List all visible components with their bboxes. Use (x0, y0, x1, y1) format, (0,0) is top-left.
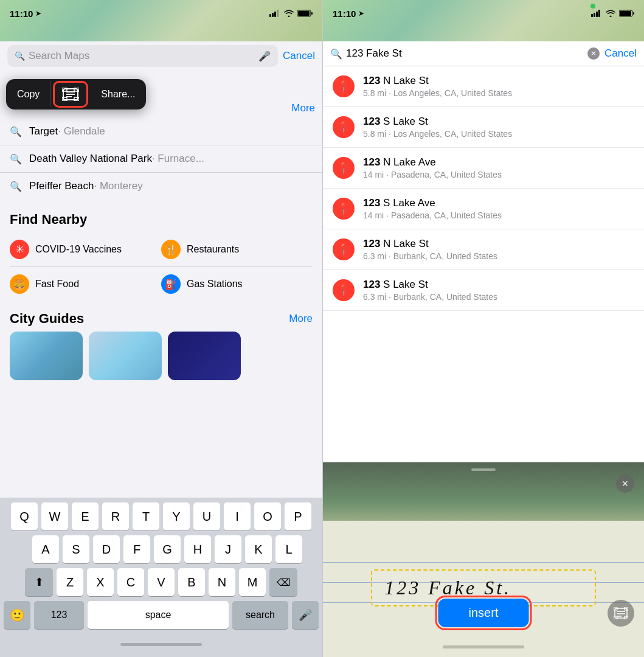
city-card-1[interactable] (10, 332, 83, 380)
key-f[interactable]: F (123, 535, 150, 563)
key-shift[interactable]: ⬆ (25, 568, 53, 596)
result-item-4[interactable]: 📍 123 S Lake Ave 14 mi · Pasadena, CA, U… (323, 189, 644, 229)
result-item-2[interactable]: 📍 123 S Lake St 5.8 mi · Los Angeles, CA… (323, 107, 644, 148)
result-item-5[interactable]: 📍 123 N Lake St 6.3 mi · Burbank, CA, Un… (323, 229, 644, 270)
key-g[interactable]: G (154, 535, 181, 563)
find-nearby-grid: ✳ COVID-19 Vaccines 🍴 Restaurants 🍔 Fast… (0, 232, 322, 301)
nearby-label-fastfood: Fast Food (35, 279, 79, 290)
search-bar-left[interactable]: 🔍 Search Maps 🎤 (7, 45, 278, 67)
ocr-menu-item[interactable] (53, 81, 88, 108)
key-w[interactable]: W (41, 502, 68, 530)
key-d[interactable]: D (93, 535, 120, 563)
recent-search-icon-1: 🔍 (10, 126, 22, 137)
search-input-value[interactable]: 123 Fake St (346, 47, 584, 60)
result-name-6: 123 S Lake St (363, 279, 634, 291)
key-u[interactable]: U (193, 502, 220, 530)
recent-item-2[interactable]: 🔍 Death Valley National Park· Furnace... (0, 145, 322, 173)
keyboard-bottom-row: 🙂 123 space search 🎤 (2, 601, 320, 629)
key-search[interactable]: search (232, 601, 288, 629)
key-mic[interactable]: 🎤 (292, 601, 319, 629)
key-h[interactable]: H (184, 535, 211, 563)
key-z[interactable]: Z (57, 568, 83, 596)
key-r[interactable]: R (102, 502, 129, 530)
key-p[interactable]: P (285, 502, 311, 530)
key-i[interactable]: I (224, 502, 251, 530)
nearby-label-gas: Gas Stations (187, 279, 243, 290)
results-list: 📍 123 N Lake St 5.8 mi · Los Angeles, CA… (323, 66, 644, 462)
city-card-2[interactable] (89, 332, 162, 380)
clear-btn[interactable]: ✕ (587, 47, 600, 60)
camera-panel: ✕ 123 Fake St. insert (323, 462, 644, 657)
status-bar-right: 11:10 ➤ (323, 0, 644, 27)
key-x[interactable]: X (87, 568, 114, 596)
camera-drag-handle[interactable] (471, 468, 496, 471)
result-icon-6: 📍 (333, 279, 355, 301)
key-s[interactable]: S (63, 535, 89, 563)
city-card-3[interactable] (168, 332, 241, 380)
recent-text-3: Pfeiffer Beach· Monterey (29, 180, 143, 192)
key-t[interactable]: T (133, 502, 159, 530)
search-bar-container-left: 🔍 Search Maps 🎤 Cancel (0, 41, 322, 73)
search-placeholder-left: Search Maps (29, 50, 255, 62)
key-e[interactable]: E (72, 502, 99, 530)
nearby-icon-fastfood: 🍔 (10, 274, 29, 294)
ocr-icon-btn[interactable] (608, 600, 634, 627)
key-emoji[interactable]: 🙂 (4, 601, 30, 629)
fastfood-icon: 🍔 (13, 279, 26, 290)
key-c[interactable]: C (117, 568, 144, 596)
nearby-item-covid[interactable]: ✳ COVID-19 Vaccines (10, 232, 161, 267)
keyboard: Q W E R T Y U I O P A S D F G H J K L ⬆ … (0, 498, 322, 657)
nearby-item-gas[interactable]: ⛽ Gas Stations (161, 267, 313, 301)
pin-icon-4: 📍 (337, 202, 350, 215)
insert-btn[interactable]: insert (438, 599, 529, 627)
svg-rect-2 (274, 12, 276, 17)
nearby-item-restaurants[interactable]: 🍴 Restaurants (161, 232, 313, 267)
result-icon-5: 📍 (333, 238, 355, 260)
result-icon-1: 📍 (333, 75, 355, 97)
nearby-label-covid: COVID-19 Vaccines (35, 244, 122, 255)
recent-search-icon-2: 🔍 (10, 153, 22, 165)
cancel-btn-right[interactable]: Cancel (604, 47, 637, 60)
nearby-item-fastfood[interactable]: 🍔 Fast Food (10, 267, 161, 301)
result-item-1[interactable]: 📍 123 N Lake St 5.8 mi · Los Angeles, CA… (323, 66, 644, 107)
camera-close-btn[interactable]: ✕ (616, 474, 634, 493)
share-menu-item[interactable]: Share... (90, 82, 146, 107)
key-123[interactable]: 123 (34, 601, 84, 629)
result-item-3[interactable]: 📍 123 N Lake Ave 14 mi · Pasadena, CA, U… (323, 148, 644, 189)
key-v[interactable]: V (148, 568, 175, 596)
result-item-6[interactable]: 📍 123 S Lake St 6.3 mi · Burbank, CA, Un… (323, 270, 644, 311)
city-guides-more[interactable]: More (289, 313, 313, 325)
key-q[interactable]: Q (11, 502, 38, 530)
key-b[interactable]: B (178, 568, 205, 596)
key-space[interactable]: space (88, 601, 229, 629)
result-name-2: 123 S Lake St (363, 116, 634, 128)
signal-icon-right (591, 10, 602, 17)
pin-icon-3: 📍 (337, 161, 350, 175)
result-name-5: 123 N Lake St (363, 238, 634, 250)
key-l[interactable]: L (275, 535, 302, 563)
copy-menu-item[interactable]: Copy (6, 82, 51, 107)
ocr-icon (62, 88, 79, 101)
key-delete[interactable]: ⌫ (269, 568, 297, 596)
home-indicator-left (2, 634, 320, 655)
key-a[interactable]: A (32, 535, 59, 563)
cancel-btn-left[interactable]: Cancel (283, 50, 315, 62)
insert-btn-wrapper: insert (435, 596, 532, 630)
key-o[interactable]: O (254, 502, 281, 530)
keyboard-row-2: A S D F G H J K L (15, 535, 320, 563)
more-link[interactable]: More (291, 102, 315, 114)
search-icon-left: 🔍 (15, 51, 25, 61)
key-y[interactable]: Y (163, 502, 190, 530)
result-text-2: 123 S Lake St 5.8 mi · Los Angeles, CA, … (363, 116, 634, 139)
result-subtitle-6: 6.3 mi · Burbank, CA, United States (363, 292, 634, 302)
key-k[interactable]: K (245, 535, 272, 563)
recent-item-1[interactable]: 🔍 Target· Glendale (0, 118, 322, 145)
more-link-area: More (291, 102, 315, 114)
key-n[interactable]: N (209, 568, 235, 596)
search-icon-right: 🔍 (330, 48, 342, 60)
key-m[interactable]: M (239, 568, 266, 596)
mic-icon-left[interactable]: 🎤 (258, 50, 271, 62)
recent-item-3[interactable]: 🔍 Pfeiffer Beach· Monterey (0, 173, 322, 200)
keyboard-row-1: Q W E R T Y U I O P (2, 502, 320, 530)
key-j[interactable]: J (215, 535, 241, 563)
